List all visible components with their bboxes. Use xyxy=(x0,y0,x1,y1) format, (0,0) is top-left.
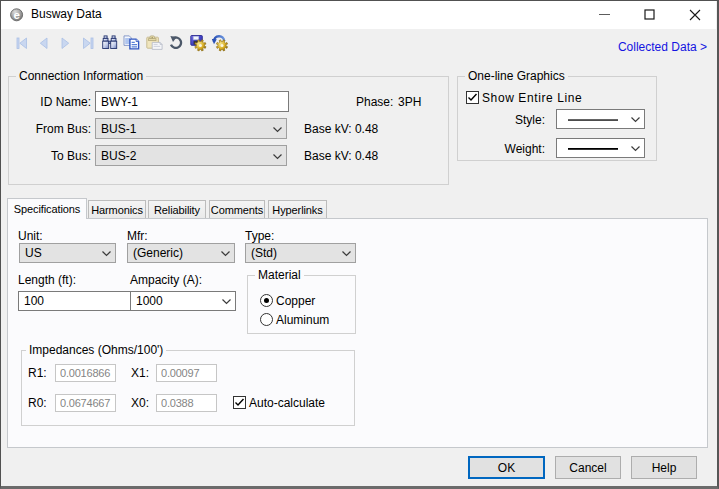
maximize-button[interactable] xyxy=(627,0,672,29)
type-value: (Std) xyxy=(251,244,277,262)
collected-data-link[interactable]: Collected Data > xyxy=(618,41,707,54)
tab-strip: SpecificationsHarmonicsReliabilityCommen… xyxy=(0,198,719,219)
apply-settings-icon[interactable] xyxy=(212,35,228,51)
from-base-kv: Base kV: 0.48 xyxy=(304,122,378,136)
ampacity-combo[interactable]: 1000 xyxy=(130,291,236,311)
to-bus-value: BUS-2 xyxy=(101,146,136,165)
material-label: Material xyxy=(255,269,304,282)
copy-icon[interactable] xyxy=(123,35,139,51)
toolbar: Collected Data > xyxy=(0,29,716,58)
solid-line-sample xyxy=(568,148,618,150)
x0-input[interactable] xyxy=(156,394,217,412)
window-title: Busway Data xyxy=(31,0,102,29)
aluminum-label: Aluminum xyxy=(276,313,329,327)
last-record-icon[interactable] xyxy=(80,35,96,51)
to-bus-select[interactable]: BUS-2 xyxy=(95,145,287,166)
tab-comments[interactable]: Comments xyxy=(209,200,265,218)
chevron-down-icon xyxy=(631,115,640,124)
type-select[interactable]: (Std) xyxy=(245,243,356,263)
chevron-down-icon xyxy=(221,249,230,258)
find-icon[interactable] xyxy=(102,35,118,51)
auto-calculate-label: Auto-calculate xyxy=(249,396,325,410)
chevron-down-icon xyxy=(631,144,640,153)
mfr-value: (Generic) xyxy=(133,244,183,262)
svg-text:e: e xyxy=(13,9,19,21)
style-label: Style: xyxy=(495,113,545,127)
unit-select[interactable]: US xyxy=(19,243,116,263)
tab-reliability[interactable]: Reliability xyxy=(148,200,206,218)
chevron-down-icon xyxy=(273,152,282,161)
previous-record-icon[interactable] xyxy=(36,35,52,51)
unit-label: Unit: xyxy=(18,229,43,243)
undo-icon[interactable] xyxy=(170,35,186,51)
save-settings-icon[interactable] xyxy=(190,35,206,51)
minimize-button[interactable] xyxy=(582,0,627,29)
phase-value: 3PH xyxy=(398,95,421,109)
x1-label: X1: xyxy=(131,366,149,380)
impedances-group: Impedances (Ohms/100') xyxy=(21,350,355,426)
chevron-down-icon xyxy=(102,249,111,258)
x1-input[interactable] xyxy=(156,364,217,382)
to-bus-label: To Bus: xyxy=(20,149,91,163)
ampacity-value: 1000 xyxy=(136,292,163,310)
next-record-icon[interactable] xyxy=(57,35,73,51)
help-button[interactable]: Help xyxy=(631,456,697,479)
from-bus-value: BUS-1 xyxy=(101,119,136,138)
oneline-graphics-label: One-line Graphics xyxy=(465,70,568,83)
titlebar: e Busway Data xyxy=(0,0,716,29)
app-icon: e xyxy=(10,8,24,22)
id-name-label: ID Name: xyxy=(20,95,91,109)
weight-select[interactable] xyxy=(556,138,645,158)
chevron-down-icon xyxy=(222,297,231,306)
style-select[interactable] xyxy=(556,109,645,129)
aluminum-radio[interactable] xyxy=(260,313,273,326)
connection-information-label: Connection Information xyxy=(16,70,146,83)
copper-label: Copper xyxy=(276,294,315,308)
show-entire-line-label: Show Entire Line xyxy=(482,91,582,105)
length-label: Length (ft): xyxy=(18,273,76,287)
show-entire-line-checkbox[interactable] xyxy=(466,91,479,104)
impedances-label: Impedances (Ohms/100') xyxy=(26,344,166,357)
ok-button[interactable]: OK xyxy=(468,456,545,479)
chevron-down-icon xyxy=(342,249,351,258)
phase-label: Phase: xyxy=(356,95,393,109)
r0-label: R0: xyxy=(28,396,47,410)
r1-input[interactable] xyxy=(55,364,116,382)
busway-data-dialog: e Busway Data xyxy=(0,0,719,489)
auto-calculate-checkbox[interactable] xyxy=(233,396,246,409)
unit-value: US xyxy=(25,244,42,262)
tab-harmonics[interactable]: Harmonics xyxy=(88,200,146,218)
to-base-kv: Base kV: 0.48 xyxy=(304,149,378,163)
tab-specifications[interactable]: Specifications xyxy=(7,198,87,219)
copper-radio[interactable] xyxy=(260,294,273,307)
from-bus-label: From Bus: xyxy=(20,122,91,136)
cancel-button[interactable]: Cancel xyxy=(555,456,621,479)
mfr-label: Mfr: xyxy=(127,229,148,243)
r1-label: R1: xyxy=(28,366,47,380)
ampacity-label: Ampacity (A): xyxy=(130,273,202,287)
close-button[interactable] xyxy=(672,0,717,29)
id-name-input[interactable] xyxy=(95,91,289,112)
type-label: Type: xyxy=(245,229,274,243)
from-bus-select[interactable]: BUS-1 xyxy=(95,118,287,139)
tab-hyperlinks[interactable]: Hyperlinks xyxy=(268,200,327,218)
r0-input[interactable] xyxy=(55,394,116,412)
paste-icon[interactable] xyxy=(146,35,162,51)
chevron-down-icon xyxy=(273,125,282,134)
first-record-icon[interactable] xyxy=(14,35,30,51)
x0-label: X0: xyxy=(131,396,149,410)
mfr-select[interactable]: (Generic) xyxy=(127,243,235,263)
solid-line-sample xyxy=(568,119,618,121)
weight-label: Weight: xyxy=(495,142,545,156)
